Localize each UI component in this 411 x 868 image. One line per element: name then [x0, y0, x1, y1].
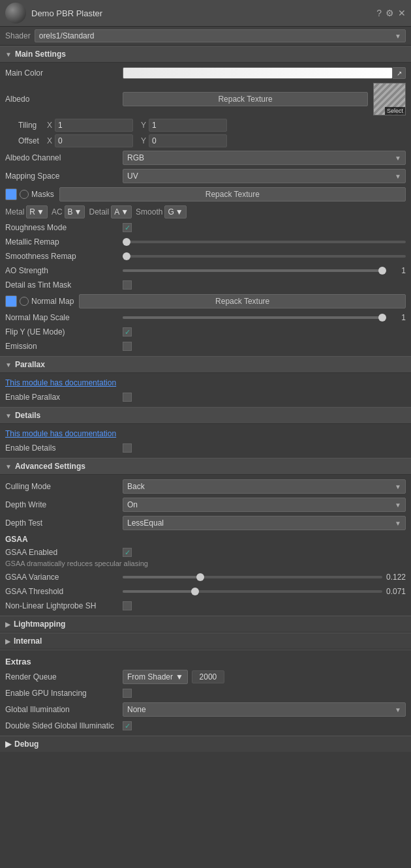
detail-tint-checkbox[interactable]	[123, 280, 132, 290]
gsaa-threshold-label: GSAA Threshold	[5, 587, 123, 596]
enable-details-row: Enable Details	[0, 441, 411, 455]
debug-header[interactable]: ▶ Debug	[0, 736, 411, 752]
main-settings-header[interactable]: ▼ Main Settings	[0, 46, 411, 63]
emission-checkbox[interactable]	[123, 342, 132, 351]
masks-label: Masks	[31, 190, 54, 199]
settings-icon[interactable]: ⚙	[386, 8, 394, 18]
masks-texture-button[interactable]: Repack Texture	[59, 187, 406, 202]
smoothness-remap-track[interactable]	[123, 255, 406, 258]
detail-dropdown[interactable]: A ▼	[111, 205, 132, 218]
tiling-y-input[interactable]	[149, 119, 227, 132]
normal-map-swatch[interactable]	[5, 295, 17, 307]
advanced-settings-arrow: ▼	[5, 463, 12, 470]
masks-row: Masks Repack Texture	[0, 185, 411, 203]
enable-parallax-value	[123, 393, 406, 402]
depth-write-selected: On	[127, 500, 138, 509]
parallax-arrow: ▼	[5, 361, 12, 368]
masks-color-swatch[interactable]	[5, 188, 17, 200]
main-settings-arrow: ▼	[5, 51, 12, 58]
offset-row: Offset X Y	[0, 133, 411, 149]
metal-label: Metal	[5, 207, 24, 217]
smooth-dropdown[interactable]: G ▼	[164, 205, 186, 218]
advanced-settings-header[interactable]: ▼ Advanced Settings	[0, 458, 411, 475]
enable-details-label: Enable Details	[5, 443, 123, 453]
enable-details-checkbox[interactable]	[123, 443, 132, 453]
albedo-texture-button[interactable]: Repack Texture	[123, 92, 368, 106]
gsaa-enabled-label: GSAA Enabled	[5, 548, 123, 557]
parallax-doc-link[interactable]: This module has documentation	[0, 376, 411, 390]
metallic-remap-thumb	[123, 238, 130, 246]
roughness-mode-checkbox[interactable]	[123, 223, 132, 232]
depth-test-dropdown[interactable]: LessEqual ▼	[123, 516, 406, 530]
internal-header[interactable]: ▶ Internal	[0, 633, 411, 650]
lightmapping-header[interactable]: ▶ Lightmapping	[0, 616, 411, 633]
tiling-x-input[interactable]	[55, 119, 133, 132]
gsaa-variance-label: GSAA Variance	[5, 573, 123, 582]
gsaa-description: GSAA dramatically reduces specular alias…	[0, 560, 411, 570]
culling-mode-dropdown[interactable]: Back ▼	[123, 479, 406, 494]
normal-map-texture-button[interactable]: Repack Texture	[79, 294, 406, 308]
culling-mode-value: Back ▼	[123, 479, 406, 494]
main-color-bar[interactable]	[123, 67, 393, 79]
normal-map-scale-fill	[123, 316, 382, 319]
non-linear-label: Non-Linear Lightprobe SH	[5, 601, 123, 610]
gpu-instancing-checkbox[interactable]	[123, 689, 132, 698]
normal-map-scale-row: Normal Map Scale 1	[0, 310, 411, 325]
gsaa-variance-track[interactable]	[123, 576, 382, 578]
albedo-channel-label: Albedo Channel	[5, 153, 123, 162]
metal-dropdown[interactable]: R ▼	[26, 205, 48, 218]
global-illumination-selected: None	[127, 705, 146, 714]
albedo-channel-arrow: ▼	[395, 155, 401, 162]
normal-map-label: Normal Map	[31, 297, 74, 306]
color-picker-button[interactable]: ↗	[393, 67, 406, 79]
flip-y-label: Flip Y (UE Mode)	[5, 327, 123, 337]
render-queue-dropdown[interactable]: From Shader ▼	[123, 670, 188, 684]
details-header[interactable]: ▼ Details	[0, 407, 411, 424]
ac-dropdown[interactable]: B ▼	[65, 205, 85, 218]
extras-header: Extras	[0, 653, 411, 668]
offset-y-input[interactable]	[149, 134, 227, 147]
tiling-row: Tiling X Y	[0, 117, 411, 133]
title-bar: Demo PBR Plaster ? ⚙ ✕	[0, 0, 411, 27]
main-color-row: Main Color ↗	[0, 65, 411, 81]
render-queue-number[interactable]: 2000	[192, 670, 224, 683]
normal-map-scale-track[interactable]	[123, 316, 382, 319]
normal-map-row: Normal Map Repack Texture	[0, 292, 411, 310]
gsaa-threshold-track[interactable]	[123, 590, 382, 593]
enable-parallax-checkbox[interactable]	[123, 393, 132, 402]
help-icon[interactable]: ?	[376, 8, 382, 18]
tiling-y-label: Y	[141, 121, 146, 130]
albedo-channel-dropdown[interactable]: RGB ▼	[123, 151, 406, 165]
offset-x-input[interactable]	[55, 134, 133, 147]
depth-write-row: Depth Write On ▼	[0, 496, 411, 514]
flip-y-checkbox[interactable]	[123, 327, 132, 337]
shader-dropdown[interactable]: orels1/Standard ▼	[35, 29, 406, 42]
parallax-label: Parallax	[15, 360, 45, 369]
close-icon[interactable]: ✕	[398, 8, 406, 18]
global-illumination-dropdown[interactable]: None ▼	[123, 702, 406, 717]
metallic-remap-track[interactable]	[123, 241, 406, 243]
material-sphere	[5, 3, 26, 23]
gsaa-enabled-checkbox[interactable]	[123, 548, 132, 557]
smoothness-remap-value	[123, 255, 406, 258]
non-linear-checkbox[interactable]	[123, 601, 132, 610]
depth-write-dropdown[interactable]: On ▼	[123, 498, 406, 512]
ao-strength-value: 1	[123, 266, 406, 275]
albedo-texture-preview[interactable]: Select	[373, 83, 406, 115]
global-illumination-row: Global Illumination None ▼	[0, 700, 411, 719]
ao-strength-track[interactable]	[123, 269, 382, 272]
mapping-space-arrow: ▼	[395, 173, 401, 180]
gsaa-variance-value-label: 0.122	[386, 573, 406, 582]
double-sided-checkbox[interactable]	[123, 721, 132, 730]
gsaa-threshold-slider-container: 0.071	[123, 587, 406, 596]
shader-value: orels1/Standard	[39, 31, 95, 40]
details-doc-link[interactable]: This module has documentation	[0, 427, 411, 441]
ac-value: B	[68, 207, 73, 217]
normal-map-circle-icon	[20, 297, 29, 306]
normal-map-scale-value: 1	[123, 313, 406, 322]
parallax-header[interactable]: ▼ Parallax	[0, 356, 411, 373]
mapping-space-dropdown[interactable]: UV ▼	[123, 169, 406, 183]
culling-mode-arrow: ▼	[395, 483, 401, 490]
gsaa-threshold-value: 0.071	[123, 587, 406, 596]
gsaa-group-label: GSAA	[0, 532, 411, 545]
